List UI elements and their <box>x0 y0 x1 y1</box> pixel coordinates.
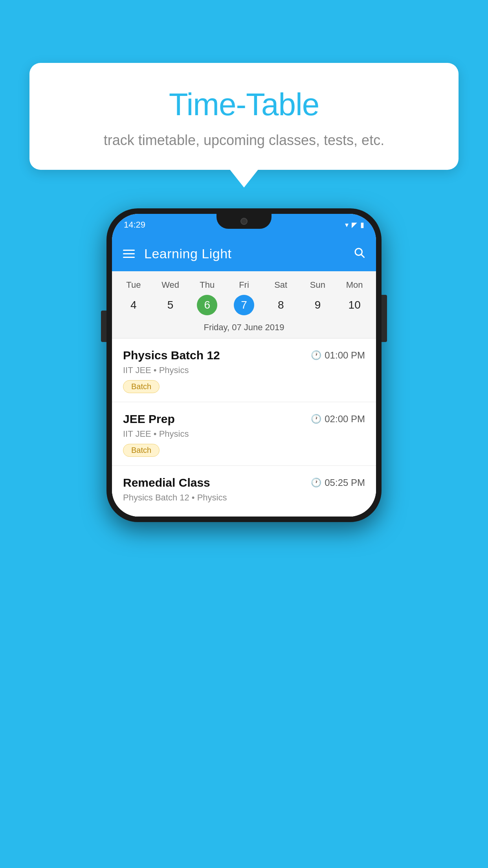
camera <box>240 218 248 225</box>
day-tue: Tue <box>115 278 152 292</box>
status-icons: ▾ ◤ ▮ <box>345 221 364 229</box>
clock-icon-1: 🕐 <box>311 350 321 360</box>
date-4[interactable]: 4 <box>115 295 152 315</box>
phone-mockup: 14:29 ▾ ◤ ▮ Learning Light <box>106 208 382 522</box>
class-item-2[interactable]: JEE Prep 🕐 02:00 PM IIT JEE • Physics Ba… <box>112 402 376 466</box>
signal-icon: ◤ <box>352 221 357 229</box>
selected-date-label: Friday, 07 June 2019 <box>112 320 376 338</box>
menu-button[interactable] <box>123 250 135 258</box>
tooltip-subtitle: track timetable, upcoming classes, tests… <box>49 131 439 150</box>
date-6-today[interactable]: 6 <box>197 295 217 315</box>
day-fri: Fri <box>226 278 262 292</box>
tooltip-card: Time-Table track timetable, upcoming cla… <box>29 63 459 170</box>
status-bar: 14:29 ▾ ◤ ▮ <box>112 214 376 236</box>
class-subtitle-3: Physics Batch 12 • Physics <box>123 493 365 503</box>
day-numbers: 4 5 6 7 8 9 10 <box>112 292 376 320</box>
class-list: Physics Batch 12 🕐 01:00 PM IIT JEE • Ph… <box>112 338 376 517</box>
date-10[interactable]: 10 <box>336 295 373 315</box>
date-7-selected[interactable]: 7 <box>234 295 254 315</box>
class-item-2-row: JEE Prep 🕐 02:00 PM <box>123 412 365 426</box>
class-time-2: 🕐 02:00 PM <box>311 414 365 425</box>
day-sun: Sun <box>299 278 336 292</box>
day-sat: Sat <box>262 278 299 292</box>
class-item-3[interactable]: Remedial Class 🕐 05:25 PM Physics Batch … <box>112 466 376 517</box>
class-time-3: 🕐 05:25 PM <box>311 477 365 488</box>
batch-tag-1: Batch <box>123 380 160 393</box>
notch <box>216 214 272 229</box>
search-button[interactable] <box>353 246 365 261</box>
class-name-2: JEE Prep <box>123 412 175 426</box>
batch-tag-2: Batch <box>123 444 160 457</box>
class-name-1: Physics Batch 12 <box>123 349 220 362</box>
svg-line-1 <box>361 254 364 257</box>
day-wed: Wed <box>152 278 189 292</box>
phone-outer: 14:29 ▾ ◤ ▮ Learning Light <box>106 208 382 522</box>
day-thu: Thu <box>189 278 226 292</box>
class-time-value-1: 01:00 PM <box>325 350 365 361</box>
battery-icon: ▮ <box>360 221 364 229</box>
calendar-strip: Tue Wed Thu Fri Sat Sun Mon 4 5 6 7 8 9 … <box>112 271 376 338</box>
status-time: 14:29 <box>124 220 145 230</box>
wifi-icon: ▾ <box>345 221 349 229</box>
class-item-3-row: Remedial Class 🕐 05:25 PM <box>123 476 365 489</box>
class-time-value-2: 02:00 PM <box>325 414 365 425</box>
class-name-3: Remedial Class <box>123 476 210 489</box>
class-time-value-3: 05:25 PM <box>325 477 365 488</box>
class-time-1: 🕐 01:00 PM <box>311 350 365 361</box>
date-5[interactable]: 5 <box>152 295 189 315</box>
app-title: Learning Light <box>144 246 344 261</box>
class-item-1[interactable]: Physics Batch 12 🕐 01:00 PM IIT JEE • Ph… <box>112 338 376 402</box>
app-bar: Learning Light <box>112 236 376 271</box>
date-9[interactable]: 9 <box>299 295 336 315</box>
class-item-1-row: Physics Batch 12 🕐 01:00 PM <box>123 349 365 362</box>
clock-icon-3: 🕐 <box>311 478 321 488</box>
date-8[interactable]: 8 <box>262 295 299 315</box>
clock-icon-2: 🕐 <box>311 414 321 424</box>
day-headers: Tue Wed Thu Fri Sat Sun Mon <box>112 278 376 292</box>
class-subtitle-2: IIT JEE • Physics <box>123 429 365 439</box>
class-subtitle-1: IIT JEE • Physics <box>123 365 365 375</box>
phone-screen: 14:29 ▾ ◤ ▮ Learning Light <box>112 214 376 517</box>
tooltip-title: Time-Table <box>49 86 439 123</box>
day-mon: Mon <box>336 278 373 292</box>
